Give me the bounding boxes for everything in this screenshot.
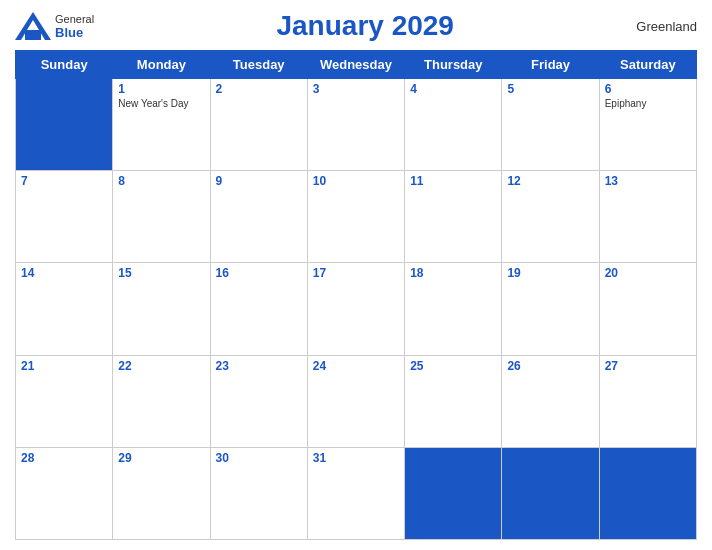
day-number: 31 [313,451,399,465]
day-number: 29 [118,451,204,465]
logo-text: General Blue [55,13,94,40]
calendar-week-row: 78910111213 [16,171,697,263]
calendar-cell: 7 [16,171,113,263]
calendar-title: January 2029 [276,10,453,42]
calendar-cell: 9 [210,171,307,263]
svg-rect-2 [25,30,41,40]
day-number: 7 [21,174,107,188]
calendar-cell: 10 [307,171,404,263]
calendar-cell: 30 [210,447,307,539]
day-number: 23 [216,359,302,373]
calendar-cell: 24 [307,355,404,447]
calendar-cell: 18 [405,263,502,355]
weekday-header-thursday: Thursday [405,51,502,79]
calendar-cell: 21 [16,355,113,447]
calendar-cell: 15 [113,263,210,355]
calendar-cell: 23 [210,355,307,447]
weekday-header-tuesday: Tuesday [210,51,307,79]
day-number: 2 [216,82,302,96]
calendar-cell: 8 [113,171,210,263]
day-number: 10 [313,174,399,188]
calendar-cell: 17 [307,263,404,355]
calendar-cell: 13 [599,171,696,263]
calendar-cell [16,79,113,171]
day-number: 9 [216,174,302,188]
weekday-header-saturday: Saturday [599,51,696,79]
day-number: 25 [410,359,496,373]
day-number: 14 [21,266,107,280]
calendar-cell: 14 [16,263,113,355]
calendar-cell: 4 [405,79,502,171]
day-number: 1 [118,82,204,96]
calendar-cell: 25 [405,355,502,447]
day-number: 18 [410,266,496,280]
calendar-cell: 28 [16,447,113,539]
logo-icon [15,12,51,40]
calendar-cell [502,447,599,539]
calendar-cell: 3 [307,79,404,171]
holiday-name: Epiphany [605,98,691,109]
day-number: 26 [507,359,593,373]
calendar-week-row: 1New Year's Day23456Epiphany [16,79,697,171]
calendar-week-row: 21222324252627 [16,355,697,447]
calendar-cell: 11 [405,171,502,263]
calendar-cell: 20 [599,263,696,355]
day-number: 13 [605,174,691,188]
day-number: 20 [605,266,691,280]
calendar-table: SundayMondayTuesdayWednesdayThursdayFrid… [15,50,697,540]
calendar-cell: 12 [502,171,599,263]
weekday-header-wednesday: Wednesday [307,51,404,79]
day-number: 22 [118,359,204,373]
logo: General Blue [15,12,94,40]
day-number: 21 [21,359,107,373]
calendar-cell: 29 [113,447,210,539]
weekday-header-monday: Monday [113,51,210,79]
day-number: 24 [313,359,399,373]
day-number: 27 [605,359,691,373]
calendar-week-row: 14151617181920 [16,263,697,355]
day-number: 16 [216,266,302,280]
calendar-cell: 31 [307,447,404,539]
logo-general-text: General [55,13,94,25]
weekday-header-row: SundayMondayTuesdayWednesdayThursdayFrid… [16,51,697,79]
weekday-header-friday: Friday [502,51,599,79]
weekday-header-sunday: Sunday [16,51,113,79]
calendar-cell: 19 [502,263,599,355]
day-number: 6 [605,82,691,96]
day-number: 17 [313,266,399,280]
calendar-week-row: 28293031 [16,447,697,539]
day-number: 12 [507,174,593,188]
day-number: 3 [313,82,399,96]
calendar-cell: 27 [599,355,696,447]
calendar-cell: 5 [502,79,599,171]
day-number: 5 [507,82,593,96]
calendar-header: General Blue January 2029 Greenland [15,10,697,42]
day-number: 4 [410,82,496,96]
calendar-cell: 6Epiphany [599,79,696,171]
region-label: Greenland [636,19,697,34]
holiday-name: New Year's Day [118,98,204,109]
day-number: 28 [21,451,107,465]
day-number: 11 [410,174,496,188]
calendar-cell [405,447,502,539]
day-number: 8 [118,174,204,188]
logo-blue-text: Blue [55,25,83,40]
calendar-cell: 1New Year's Day [113,79,210,171]
day-number: 19 [507,266,593,280]
calendar-cell: 22 [113,355,210,447]
calendar-cell: 2 [210,79,307,171]
calendar-cell: 16 [210,263,307,355]
calendar-cell [599,447,696,539]
day-number: 30 [216,451,302,465]
day-number: 15 [118,266,204,280]
calendar-cell: 26 [502,355,599,447]
